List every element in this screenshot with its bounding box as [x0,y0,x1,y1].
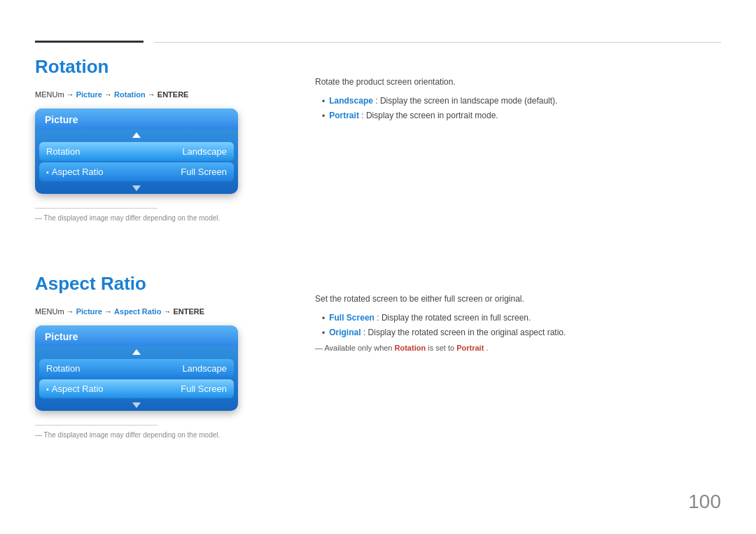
arrow2-2: → [104,307,114,316]
section1-description: Rotate the product screen orientation. [315,76,728,89]
s2-bullet2-dot: • [322,328,325,338]
arrow2-down-row [35,400,238,411]
rotation-row: Rotation Landscape [39,142,234,161]
aspect-ratio2-row: • Aspect Ratio Full Screen [39,379,234,398]
section2-menu-path: MENUm → Picture → Aspect Ratio → ENTERE [35,307,287,316]
section1-bullet1: • Landscape : Display the screen in land… [315,96,728,106]
rotation-available-keyword: Rotation [395,344,426,352]
bullet2-dot: • [322,111,325,121]
menu2-label: MENUm [35,307,64,316]
rotation-link: Rotation [114,90,146,99]
section2-note: ― The displayed image may differ dependi… [35,431,287,439]
note2-dash: ― [35,431,44,439]
available-suffix: . [486,344,488,352]
rotation-value: Landscape [182,146,227,157]
page-number: 100 [688,491,721,513]
arrow-down-row [35,183,238,194]
section2-bullet2: • Original : Display the rotated screen … [315,328,728,338]
section1-right: Rotate the product screen orientation. •… [315,56,728,125]
section2-left: Aspect Ratio MENUm → Picture → Aspect Ra… [35,273,287,439]
section2-right: Set the rotated screen to be either full… [315,273,728,352]
s2-bullet1-dot: • [322,314,325,323]
arrow-down-icon [132,185,141,191]
section2-bullet1: • Full Screen : Display the rotated scre… [315,313,728,323]
portrait-text: : Display the screen in portrait mode. [361,111,498,120]
arrow2-up-icon [132,349,141,355]
section2-divider [35,425,158,426]
aspect-ratio-value: Full Screen [181,167,227,177]
top-border-left [35,41,144,43]
arrow2: → [104,90,114,99]
portrait-available-keyword: Portrait [456,344,484,352]
section1-left: Rotation MENUm → Picture → Rotation → EN… [35,56,287,222]
fullscreen-keyword: Full Screen [329,313,374,323]
aspect-ratio2-label: Aspect Ratio [52,384,104,394]
section1-divider [35,208,158,209]
arrow2-3: → [163,307,173,316]
picture-menu2-title: Picture [45,331,78,342]
rotation2-value: Landscape [182,363,227,374]
arrow2-up-row [35,346,238,358]
section1-menu-path: MENUm → Picture → Rotation → ENTERE [35,90,287,99]
picture2-link: Picture [76,307,102,316]
bullet-dot: • [46,168,49,176]
entere-label: ENTERE [158,90,189,99]
landscape-keyword: Landscape [329,96,373,106]
arrow1: → [66,90,76,99]
picture-menu-header: Picture [35,108,238,129]
bullet1-dot: • [322,97,325,106]
available-note: ― Available only when Rotation is set to… [315,344,728,352]
section2-description: Set the rotated screen to be either full… [315,293,728,306]
aspect-ratio2-value: Full Screen [181,384,227,394]
arrow-up-row [35,129,238,141]
section2-title: Aspect Ratio [35,273,287,295]
bullet2-dot2: • [46,385,49,393]
landscape-text: : Display the screen in landscape mode (… [375,96,557,106]
entere2-label: ENTERE [173,307,204,316]
arrow2-down-icon [132,402,141,408]
arrow3: → [148,90,158,99]
fullscreen-text: : Display the rotated screen in full scr… [377,313,531,323]
available-prefix: ― Available only when [315,344,395,352]
original-text: : Display the rotated screen in the orig… [363,328,566,337]
picture-menu-title: Picture [45,114,78,125]
arrow-up-icon [132,132,141,138]
arrow2-1: → [66,307,76,316]
menu-label: MENUm [35,90,64,99]
section1-bullet2: • Portrait : Display the screen in portr… [315,111,728,121]
rotation-label: Rotation [46,146,80,157]
aspect-ratio-row: • Aspect Ratio Full Screen [39,162,234,181]
section1-note: ― The displayed image may differ dependi… [35,214,287,222]
section1-title: Rotation [35,56,287,78]
aspect-ratio-link: Aspect Ratio [114,307,161,316]
top-border-right [154,42,721,43]
aspect-ratio-label: Aspect Ratio [52,167,104,177]
picture-menu2-header: Picture [35,325,238,346]
section1-picture-menu: Picture Rotation Landscape • Aspect Rati… [35,108,238,194]
note-dash: ― [35,214,44,222]
portrait-keyword: Portrait [329,111,359,120]
picture-link: Picture [76,90,102,99]
original-keyword: Original [329,328,360,337]
rotation2-label: Rotation [46,363,80,374]
section2-picture-menu: Picture Rotation Landscape • Aspect Rati… [35,325,238,411]
available-mid: is set to [428,344,456,352]
rotation2-row: Rotation Landscape [39,359,234,378]
